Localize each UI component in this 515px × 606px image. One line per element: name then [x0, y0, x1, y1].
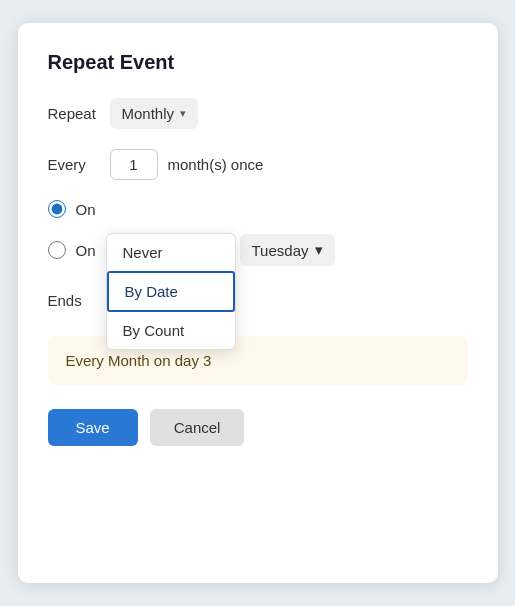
dialog-title: Repeat Event — [48, 51, 468, 74]
dropdown-item-never[interactable]: Never — [107, 234, 235, 271]
cancel-button[interactable]: Cancel — [150, 409, 245, 446]
on-day-radio-1[interactable] — [48, 200, 66, 218]
on-day-radio-2[interactable] — [48, 241, 66, 259]
save-button[interactable]: Save — [48, 409, 138, 446]
tuesday-chevron: ▾ — [315, 241, 323, 259]
ends-label: Ends — [48, 292, 100, 309]
repeat-label: Repeat — [48, 105, 100, 122]
button-row: Save Cancel — [48, 409, 468, 446]
every-number-input[interactable] — [110, 149, 158, 180]
on-day-label-2: On — [76, 242, 96, 259]
every-suffix: month(s) once — [168, 156, 264, 173]
tuesday-dropdown[interactable]: Tuesday ▾ — [240, 234, 335, 266]
repeat-row: Repeat Monthly ▾ — [48, 98, 468, 129]
on-day-row-1: On Never By Date By Count — [48, 200, 468, 218]
dropdown-item-bydate[interactable]: By Date — [107, 271, 235, 312]
on-day-label-1: On — [76, 201, 96, 218]
repeat-dropdown[interactable]: Monthly ▾ — [110, 98, 199, 129]
repeat-event-dialog: Repeat Event Repeat Monthly ▾ Every mont… — [18, 23, 498, 583]
every-label: Every — [48, 156, 100, 173]
every-row: Every month(s) once — [48, 149, 468, 180]
summary-text: Every Month on day 3 — [66, 352, 212, 369]
repeat-value: Monthly — [122, 105, 175, 122]
dropdown-item-bycount[interactable]: By Count — [107, 312, 235, 349]
tuesday-value: Tuesday — [252, 242, 309, 259]
repeat-chevron: ▾ — [180, 107, 186, 120]
on-type-dropdown-menu: Never By Date By Count — [106, 233, 236, 350]
